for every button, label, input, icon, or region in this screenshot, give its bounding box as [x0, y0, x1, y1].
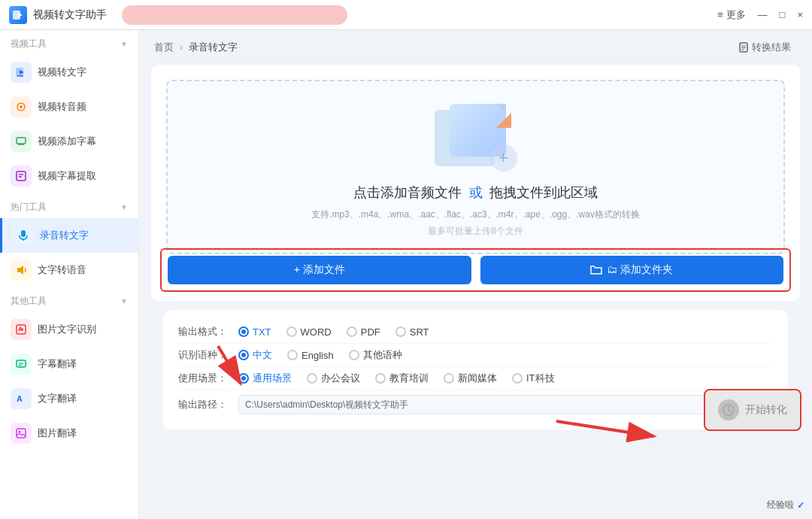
format-srt[interactable]: SRT: [395, 326, 429, 338]
timer-icon: [722, 403, 735, 417]
scene-office[interactable]: 办公会议: [307, 372, 360, 385]
path-row: 更改路径: [238, 395, 773, 414]
start-button-icon: [718, 399, 739, 420]
drop-title: 点击添加音频文件 或 拖拽文件到此区域: [353, 184, 597, 202]
start-button-label: 开始转化: [745, 403, 787, 417]
lang-other[interactable]: 其他语种: [349, 348, 402, 362]
extract-subtitle-icon: [11, 165, 32, 187]
sidebar-item-img-trans[interactable]: 图片翻译: [0, 416, 138, 451]
file-triangle: [496, 113, 511, 128]
scene-row: 使用场景： 通用场景 办公会议 教育培训: [178, 367, 773, 390]
sidebar-item-subtitle-trans[interactable]: 字幕翻译: [0, 347, 138, 381]
app-logo: [9, 6, 27, 24]
text-trans-icon: A: [11, 388, 32, 409]
sidebar-item-video-to-text[interactable]: 视频转文字: [0, 55, 138, 90]
path-input[interactable]: [238, 395, 731, 414]
format-pdf-label: PDF: [361, 326, 380, 338]
output-format-row: 输出格式： TXT WORD PDF: [178, 320, 773, 344]
format-txt-label: TXT: [253, 326, 271, 338]
breadcrumb-home[interactable]: 首页: [154, 41, 174, 53]
main-layout: 视频工具 ▼ 视频转文字 视频转音频 视频添加字幕 视频字幕提取: [0, 30, 812, 519]
sidebar-item-extract-subtitle[interactable]: 视频字幕提取: [0, 159, 138, 193]
radio-circle-txt: [238, 326, 249, 337]
sidebar-label-subtitle-trans: 字幕翻译: [38, 357, 77, 371]
breadcrumb-separator: ›: [180, 41, 183, 53]
scene-it[interactable]: IT科技: [512, 372, 555, 385]
lang-other-label: 其他语种: [363, 348, 402, 362]
sidebar-item-text-trans[interactable]: A 文字翻译: [0, 381, 138, 416]
format-word-label: WORD: [301, 326, 332, 338]
add-file-button[interactable]: + 添加文件: [168, 256, 471, 284]
sidebar-label-record-to-text: 录音转文字: [40, 229, 89, 242]
more-button[interactable]: ≡ 更多: [717, 8, 745, 22]
svg-rect-22: [17, 429, 26, 438]
window-controls: ≡ 更多 — □ ×: [717, 8, 803, 22]
sidebar-label-text-trans: 文字翻译: [38, 392, 77, 405]
format-txt[interactable]: TXT: [238, 326, 271, 338]
radio-circle-education: [375, 373, 386, 384]
other-tools-label: 其他工具: [11, 295, 47, 308]
drop-zone[interactable]: + 点击添加音频文件 或 拖拽文件到此区域 支持.mp3、.m4a、.wma、.…: [166, 80, 785, 254]
chevron-down-icon: ▼: [120, 40, 128, 48]
format-pdf[interactable]: PDF: [347, 326, 380, 338]
format-srt-label: SRT: [410, 326, 429, 338]
radio-circle-srt: [395, 326, 406, 337]
scene-news-label: 新闻媒体: [458, 372, 497, 385]
output-path-row: 输出路径： 更改路径: [178, 390, 773, 419]
close-button[interactable]: ×: [797, 9, 803, 20]
scene-education-label: 教育培训: [389, 372, 429, 385]
lang-english-label: English: [301, 350, 334, 361]
add-folder-label: 🗂 添加文件夹: [607, 263, 673, 277]
chevron-down-icon-3: ▼: [120, 297, 128, 305]
scene-it-label: IT科技: [526, 372, 555, 385]
sidebar: 视频工具 ▼ 视频转文字 视频转音频 视频添加字幕 视频字幕提取: [0, 30, 139, 519]
sidebar-label-video-to-text: 视频转文字: [38, 65, 86, 79]
scene-general[interactable]: 通用场景: [238, 372, 292, 385]
lang-chinese-label: 中文: [253, 348, 272, 362]
drop-title-suffix: 拖拽文件到此区域: [489, 185, 598, 200]
sidebar-label-video-to-audio: 视频转音频: [38, 100, 86, 114]
format-word[interactable]: WORD: [286, 326, 332, 338]
scene-general-label: 通用场景: [253, 372, 292, 385]
language-radio-group: 中文 English 其他语种: [238, 348, 773, 362]
content-area: 首页 › 录音转文字 转换结果 +: [139, 30, 812, 519]
sidebar-item-add-subtitle[interactable]: 视频添加字幕: [0, 124, 138, 159]
scene-news[interactable]: 新闻媒体: [444, 372, 497, 385]
lang-chinese[interactable]: 中文: [238, 348, 272, 362]
drop-title-prefix: 点击添加音频文件: [353, 185, 462, 200]
app-title: 视频转文字助手: [33, 8, 107, 22]
minimize-button[interactable]: —: [758, 9, 768, 20]
record-to-text-icon: [13, 225, 34, 246]
drop-limit: 最多可批量上传8个文件: [428, 225, 523, 238]
sidebar-item-video-to-audio[interactable]: 视频转音频: [0, 90, 138, 124]
lang-english[interactable]: English: [287, 350, 334, 361]
radio-circle-general: [238, 373, 249, 384]
drop-title-or: 或: [469, 185, 483, 200]
sidebar-item-tts[interactable]: 文字转语音: [0, 253, 138, 287]
drop-formats: 支持.mp3、.m4a、.wma、.aac、.flac、.ac3、.m4r、.a…: [311, 208, 640, 222]
plus-circle: +: [490, 144, 517, 171]
document-icon: [738, 42, 749, 53]
video-tools-label: 视频工具: [11, 38, 47, 50]
format-radio-group: TXT WORD PDF SRT: [238, 326, 773, 338]
convert-result-button[interactable]: 转换结果: [732, 38, 797, 57]
output-path-label: 输出路径：: [178, 398, 238, 411]
radio-circle-it: [512, 373, 523, 384]
radio-circle-news: [444, 373, 454, 384]
add-folder-button[interactable]: 🗂 添加文件夹: [480, 256, 784, 284]
start-convert-button[interactable]: 开始转化: [704, 389, 801, 431]
sidebar-section-other: 其他工具 ▼: [0, 287, 138, 312]
svg-rect-7: [17, 138, 26, 144]
settings-panel: 输出格式： TXT WORD PDF: [163, 310, 788, 429]
watermark-checkmark: ✓: [797, 500, 804, 511]
sidebar-item-record-to-text[interactable]: 录音转文字: [0, 218, 138, 253]
folder-icon: [590, 265, 602, 275]
subtitle-trans-icon: [11, 354, 32, 375]
chevron-down-icon-2: ▼: [120, 203, 128, 211]
sidebar-item-ocr[interactable]: 图片文字识别: [0, 312, 138, 347]
scene-education[interactable]: 教育培训: [375, 372, 429, 385]
video-to-text-icon: [11, 62, 32, 83]
search-bar[interactable]: [122, 5, 347, 25]
convert-result-label: 转换结果: [752, 41, 791, 54]
maximize-button[interactable]: □: [780, 9, 786, 20]
